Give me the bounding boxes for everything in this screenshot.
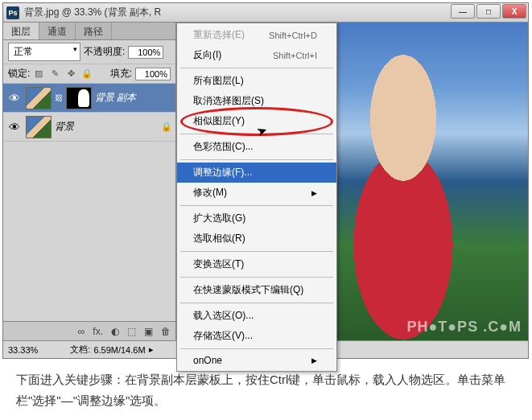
menu-refine-edge[interactable]: 调整边缘(F)...	[177, 163, 336, 183]
menu-transform-selection[interactable]: 变换选区(T)	[177, 254, 336, 274]
menu-inverse[interactable]: 反向(I)Shift+Ctrl+I	[177, 45, 336, 65]
lock-all-icon[interactable]: 🔒	[81, 68, 93, 80]
menu-separator	[180, 68, 333, 68]
zoom-level[interactable]: 33.33%	[8, 345, 38, 355]
opacity-label: 不透明度:	[84, 45, 125, 59]
menu-separator	[180, 348, 333, 349]
tab-layers[interactable]: 图层	[3, 23, 39, 39]
ps-app-icon: Ps	[6, 6, 19, 19]
layer-list: 👁 ⛓ 背景 副本 👁 背景 🔒	[3, 84, 175, 321]
menu-save-selection[interactable]: 存储选区(V)...	[177, 326, 336, 346]
menu-load-selection[interactable]: 载入选区(O)...	[177, 306, 336, 326]
link-icon: ⛓	[55, 93, 63, 102]
menu-quick-mask[interactable]: 在快速蒙版模式下编辑(Q)	[177, 280, 336, 300]
menu-deselect-layers[interactable]: 取消选择图层(S)	[177, 91, 336, 111]
menu-separator	[180, 159, 333, 160]
menu-similar[interactable]: 选取相似(R)	[177, 229, 336, 249]
new-layer-icon[interactable]: ▣	[144, 326, 153, 337]
menu-grow[interactable]: 扩大选取(G)	[177, 208, 336, 229]
lock-label: 锁定:	[8, 67, 30, 80]
trash-icon[interactable]: 🗑	[161, 326, 171, 337]
maximize-button[interactable]: □	[476, 4, 501, 19]
menu-separator	[180, 134, 333, 134]
tab-paths[interactable]: 路径	[76, 23, 112, 39]
panel-tabs: 图层 通道 路径	[3, 23, 175, 40]
watermark: PH●T●PS .C●M	[406, 319, 522, 336]
menu-all-layers[interactable]: 所有图层(L)	[177, 71, 336, 91]
layer-name[interactable]: 背景 副本	[95, 91, 136, 105]
panel-footer: ∞ fx. ◐ ⬚ ▣ 🗑	[3, 321, 175, 340]
link-layers-icon[interactable]: ∞	[78, 326, 85, 337]
blend-mode-dropdown[interactable]: 正常	[8, 43, 80, 61]
work-area: 图层 通道 路径 正常 不透明度: 100% 锁定: ▨ ✎ ✥ 🔒 填充: 1…	[3, 23, 528, 340]
tab-channels[interactable]: 通道	[39, 23, 76, 39]
document-title: 背景.jpg @ 33.3% (背景 副本, R	[24, 6, 525, 19]
menu-similar-layers[interactable]: 相似图层(Y)	[177, 111, 336, 131]
lock-transparent-icon[interactable]: ▨	[33, 68, 44, 80]
layer-row-background[interactable]: 👁 背景 🔒	[3, 113, 175, 142]
layer-mask-thumbnail[interactable]	[66, 87, 92, 109]
layer-row-copy[interactable]: 👁 ⛓ 背景 副本	[3, 84, 175, 113]
chevron-right-icon[interactable]: ▸	[149, 344, 154, 355]
menu-separator	[180, 303, 333, 303]
submenu-arrow-icon: ▶	[311, 189, 317, 197]
titlebar: Ps 背景.jpg @ 33.3% (背景 副本, R — □ X	[3, 3, 528, 23]
menu-reselect: 重新选择(E)Shift+Ctrl+D	[177, 25, 336, 45]
lock-icon: 🔒	[161, 121, 172, 133]
visibility-toggle[interactable]: 👁	[6, 121, 23, 134]
menu-modify[interactable]: 修改(M)▶	[177, 183, 336, 203]
fill-label: 填充:	[110, 67, 132, 80]
fx-icon[interactable]: fx.	[93, 326, 103, 337]
layer-thumbnail[interactable]	[26, 116, 52, 138]
menu-separator	[180, 251, 333, 252]
fill-input[interactable]: 100%	[135, 68, 171, 80]
menu-onone[interactable]: onOne▶	[177, 352, 336, 369]
visibility-toggle[interactable]: 👁	[6, 92, 23, 105]
document-size: 文档:6.59M/14.6M▸	[70, 344, 153, 356]
mask-icon[interactable]: ◐	[111, 326, 119, 337]
menu-color-range[interactable]: 色彩范围(C)...	[177, 137, 336, 157]
lock-move-icon[interactable]: ✥	[65, 68, 76, 80]
lock-icons: ▨ ✎ ✥ 🔒	[33, 68, 93, 80]
layer-name[interactable]: 背景	[55, 120, 74, 134]
lock-fill-row: 锁定: ▨ ✎ ✥ 🔒 填充: 100%	[3, 64, 175, 84]
blend-opacity-row: 正常 不透明度: 100%	[3, 40, 175, 64]
close-button[interactable]: X	[502, 4, 526, 19]
submenu-arrow-icon: ▶	[311, 356, 317, 364]
layer-thumbnail[interactable]	[26, 87, 52, 109]
layers-panel: 图层 通道 路径 正常 不透明度: 100% 锁定: ▨ ✎ ✥ 🔒 填充: 1…	[3, 23, 176, 340]
minimize-button[interactable]: —	[451, 4, 475, 19]
photoshop-window: Ps 背景.jpg @ 33.3% (背景 副本, R — □ X 图层 通道 …	[2, 2, 529, 359]
select-menu: 重新选择(E)Shift+Ctrl+D 反向(I)Shift+Ctrl+I 所有…	[176, 23, 337, 372]
menu-separator	[180, 277, 333, 278]
adjustment-icon[interactable]: ⬚	[127, 326, 136, 337]
opacity-input[interactable]: 100%	[128, 46, 163, 59]
lock-brush-icon[interactable]: ✎	[49, 68, 60, 80]
menu-separator	[180, 205, 333, 206]
window-controls: — □ X	[451, 4, 526, 19]
